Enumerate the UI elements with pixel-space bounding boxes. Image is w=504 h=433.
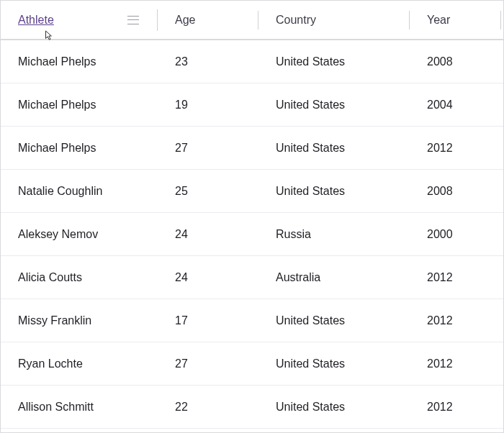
cell-age[interactable]: 17 [158,314,258,327]
table-row[interactable]: Natalie Coughlin25United States2008 [1,170,503,213]
cell-age[interactable]: 23 [158,55,258,68]
cell-age[interactable]: 27 [158,357,258,370]
table-row[interactable]: Michael Phelps27United States2012 [1,127,503,170]
data-grid: Athlete Age Country Year Michael Phelps2… [0,0,504,433]
cell-athlete[interactable]: Michael Phelps [1,142,158,155]
cell-age[interactable]: 25 [158,185,258,198]
cell-age[interactable]: 24 [158,271,258,284]
cell-country[interactable]: United States [258,185,410,198]
column-resize-handle[interactable] [500,11,501,29]
cell-country[interactable]: United States [258,401,410,414]
cell-year[interactable]: 2012 [410,357,501,370]
cell-year[interactable]: 2012 [410,314,501,327]
cell-year[interactable]: 2008 [410,55,501,68]
cell-athlete[interactable]: Alicia Coutts [1,271,158,284]
cell-athlete[interactable]: Missy Franklin [1,314,158,327]
column-header-label[interactable]: Year [427,14,450,27]
column-header-label[interactable]: Athlete [18,14,54,27]
cell-country[interactable]: United States [258,357,410,370]
hamburger-menu-icon[interactable] [127,16,139,24]
cell-athlete[interactable]: Allison Schmitt [1,401,158,414]
table-row[interactable]: Missy Franklin17United States2012 [1,299,503,342]
cell-athlete[interactable]: Natalie Coughlin [1,185,158,198]
cell-country[interactable]: United States [258,142,410,155]
table-row[interactable]: Michael Phelps23United States2008 [1,40,503,83]
cell-country[interactable]: United States [258,55,410,68]
cell-year[interactable]: 2012 [410,401,501,414]
cell-country[interactable]: Russia [258,228,410,241]
cell-athlete[interactable]: Michael Phelps [1,55,158,68]
table-row[interactable]: Ryan Lochte27United States2012 [1,342,503,386]
cell-year[interactable]: 2012 [410,271,501,284]
cell-year[interactable]: 2004 [410,99,501,111]
column-header-age[interactable]: Age [158,1,258,39]
column-header-label[interactable]: Country [276,14,316,27]
cell-age[interactable]: 19 [158,99,258,111]
column-header-year[interactable]: Year [410,1,501,39]
column-header-row: Athlete Age Country Year [1,1,503,40]
cell-athlete[interactable]: Aleksey Nemov [1,228,158,241]
cell-age[interactable]: 24 [158,228,258,241]
table-row[interactable]: Allison Schmitt22United States2012 [1,386,503,429]
column-header-country[interactable]: Country [258,1,410,39]
table-row[interactable]: Aleksey Nemov24Russia2000 [1,213,503,256]
table-row[interactable]: Michael Phelps19United States2004 [1,83,503,127]
cell-age[interactable]: 22 [158,401,258,414]
cell-year[interactable]: 2008 [410,185,501,198]
column-header-athlete[interactable]: Athlete [1,1,158,39]
cell-year[interactable]: 2000 [410,228,501,241]
cell-athlete[interactable]: Michael Phelps [1,99,158,111]
table-row[interactable]: Alicia Coutts24Australia2012 [1,256,503,299]
table-body: Michael Phelps23United States2008Michael… [1,40,503,429]
cell-age[interactable]: 27 [158,142,258,155]
cell-country[interactable]: United States [258,99,410,111]
cell-country[interactable]: United States [258,314,410,327]
cell-year[interactable]: 2012 [410,142,501,155]
column-header-label[interactable]: Age [175,14,195,27]
cell-athlete[interactable]: Ryan Lochte [1,357,158,370]
cell-country[interactable]: Australia [258,271,410,284]
